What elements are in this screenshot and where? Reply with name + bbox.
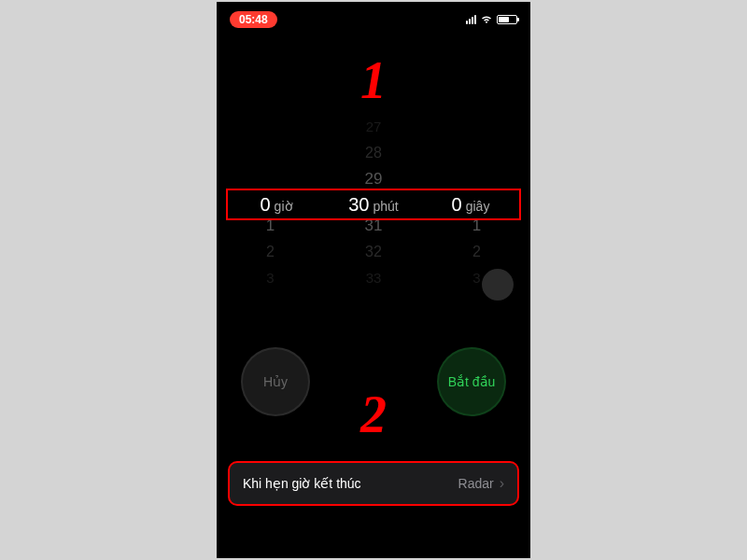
picker-option: 33 (366, 265, 382, 291)
picker-option: 3 (266, 265, 274, 291)
signal-icon (466, 15, 476, 24)
picker-option: 27 (366, 114, 382, 140)
hours-label: giờ (275, 199, 293, 214)
seconds-value: 0 (452, 194, 462, 216)
seconds-selected: 0 giây (422, 194, 519, 216)
when-timer-ends-label: Khi hẹn giờ kết thúc (243, 476, 361, 491)
picker-option: 2 (266, 239, 275, 265)
hours-selected: 0 giờ (228, 194, 325, 216)
picker-option: 32 (365, 239, 382, 265)
picker-option: 28 (365, 140, 382, 166)
annotation-1: 1 (360, 50, 387, 110)
when-timer-ends-value: Radar › (458, 475, 504, 492)
when-timer-ends-row[interactable]: Khi hẹn giờ kết thúc Radar › (228, 461, 519, 506)
status-icons (466, 15, 517, 24)
start-button[interactable]: Bắt đầu (437, 347, 506, 416)
phone-screen: 05:48 1 1 2 3 27 28 29 (217, 2, 530, 558)
minutes-value: 30 (348, 194, 369, 216)
battery-icon (497, 15, 517, 24)
wifi-icon (480, 15, 493, 24)
status-bar: 05:48 (218, 4, 529, 30)
picker-option: 3 (472, 265, 480, 291)
touch-indicator (482, 269, 514, 301)
minutes-selected: 30 phút (325, 194, 422, 216)
hours-value: 0 (260, 194, 270, 216)
cancel-button[interactable]: Hủy (241, 347, 310, 416)
picker-option: 2 (472, 239, 481, 265)
seconds-label: giây (466, 199, 490, 214)
annotation-2: 2 (360, 385, 387, 444)
minutes-label: phút (374, 199, 399, 214)
timer-picker[interactable]: 1 2 3 27 28 29 31 32 33 1 2 3 0 giờ (218, 114, 529, 291)
status-time-pill: 05:48 (230, 11, 277, 28)
chevron-right-icon: › (500, 475, 504, 492)
picker-selection-highlight: 0 giờ 30 phút 0 giây (226, 189, 521, 220)
